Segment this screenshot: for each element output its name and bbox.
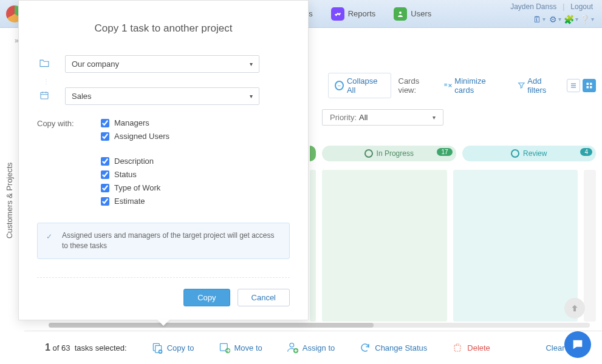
svg-rect-4 [590, 86, 592, 89]
assign-to-action[interactable]: Assign to [287, 342, 335, 354]
check-icon: ✓ [46, 232, 52, 242]
help-icon[interactable]: ❔▾ [582, 13, 594, 25]
svg-point-10 [290, 343, 294, 348]
connector-dots: ⋮ [43, 80, 290, 87]
refresh-icon [359, 342, 371, 354]
minimize-cards-button[interactable]: Minimize cards [443, 76, 503, 95]
move-icon [219, 342, 231, 354]
user-name-link[interactable]: Jayden Danss [510, 2, 556, 11]
checkbox-type-of-work[interactable]: Type of Work [101, 183, 169, 192]
arrow-up-icon [570, 303, 580, 313]
cards-view-label: Cards view: [398, 76, 436, 95]
copy-button[interactable]: Copy [183, 289, 230, 306]
cancel-button[interactable]: Cancel [238, 289, 290, 306]
svg-rect-12 [41, 92, 48, 99]
trash-icon [451, 342, 463, 354]
clock-icon [364, 149, 373, 158]
calendar-icon[interactable]: 🗓▾ [535, 13, 547, 25]
column-body-review[interactable] [453, 170, 578, 322]
delete-action[interactable]: Delete [451, 342, 490, 354]
collapse-all-button[interactable]: − Collapse All [328, 73, 391, 98]
puzzle-icon[interactable]: 🧩▾ [566, 13, 578, 25]
person-icon [394, 7, 407, 21]
nav-reports-label: Reports [348, 9, 376, 18]
scrollbar-thumb[interactable] [49, 323, 374, 328]
chart-icon [331, 7, 344, 21]
column-body-next [584, 170, 596, 322]
collapse-icon: − [335, 81, 344, 90]
chevron-down-icon: ▾ [433, 114, 436, 121]
checkbox-estimate[interactable]: Estimate [101, 197, 169, 206]
logout-link[interactable]: Logout [570, 2, 593, 11]
kanban-headers: In Progress 17 Review 4 [310, 146, 596, 161]
nav-reports[interactable]: Reports [331, 7, 376, 21]
chevron-down-icon: ▾ [250, 61, 253, 67]
kanban-body [310, 170, 596, 322]
nav-users[interactable]: Users [394, 7, 431, 21]
copy-icon [151, 342, 163, 354]
board-toolbar: − Collapse All Cards view: Minimize card… [328, 73, 596, 98]
horizontal-scrollbar[interactable] [49, 323, 590, 328]
chat-icon [571, 338, 584, 351]
move-to-action[interactable]: Move to [219, 342, 262, 354]
count-badge: 17 [437, 148, 452, 156]
gear-icon[interactable]: ⚙▾ [550, 13, 563, 25]
modal-title: Copy 1 task to another project [37, 22, 290, 35]
minimize-icon [443, 82, 453, 89]
project-dropdown[interactable]: Sales ▾ [65, 87, 259, 105]
nav-users-label: Users [411, 9, 431, 18]
side-panel-label: Customers & Projects [5, 162, 15, 238]
count-badge: 4 [580, 148, 592, 156]
folder-icon [37, 59, 52, 69]
change-status-action[interactable]: Change Status [359, 342, 427, 354]
copy-to-action[interactable]: Copy to [151, 342, 194, 354]
column-body-in-progress[interactable] [322, 170, 447, 322]
column-body-partial [310, 170, 316, 322]
divider [37, 277, 290, 278]
checkbox-description[interactable]: Description [101, 157, 169, 166]
column-header-in-progress[interactable]: In Progress 17 [322, 146, 456, 161]
column-edge-left [310, 146, 316, 161]
side-panel-collapsed[interactable]: Customers & Projects [0, 36, 19, 364]
svg-rect-3 [587, 86, 589, 89]
scroll-to-top-button[interactable] [564, 298, 585, 318]
priority-dropdown[interactable]: Priority: All ▾ [322, 109, 443, 126]
grid-view-toggle[interactable] [583, 79, 596, 92]
assign-icon [287, 342, 299, 354]
svg-point-0 [399, 12, 402, 14]
list-view-toggle[interactable] [567, 79, 580, 92]
modal-pointer [157, 320, 169, 326]
checkbox-status[interactable]: Status [101, 170, 169, 179]
chevron-down-icon: ▾ [250, 93, 253, 99]
calendar-small-icon [37, 90, 52, 102]
clock-icon [511, 149, 519, 158]
selection-count: 1 of 63 tasks selected: [45, 342, 127, 353]
svg-rect-1 [587, 83, 589, 86]
svg-rect-2 [590, 83, 592, 86]
info-note: ✓ Assigned users and managers of the tar… [37, 223, 290, 259]
column-header-review[interactable]: Review 4 [462, 146, 597, 161]
filter-icon [518, 81, 525, 90]
checkbox-managers[interactable]: Managers [101, 118, 169, 127]
copy-with-label: Copy with: [37, 118, 101, 206]
customer-dropdown[interactable]: Our company ▾ [65, 55, 259, 73]
add-filters-button[interactable]: Add filters [518, 76, 559, 95]
copy-task-modal: Copy 1 task to another project Our compa… [18, 0, 309, 320]
selection-action-bar: 1 of 63 tasks selected: Copy to Move to … [24, 331, 602, 364]
checkbox-assigned-users[interactable]: Assigned Users [101, 132, 169, 141]
chat-launcher[interactable] [564, 331, 591, 358]
